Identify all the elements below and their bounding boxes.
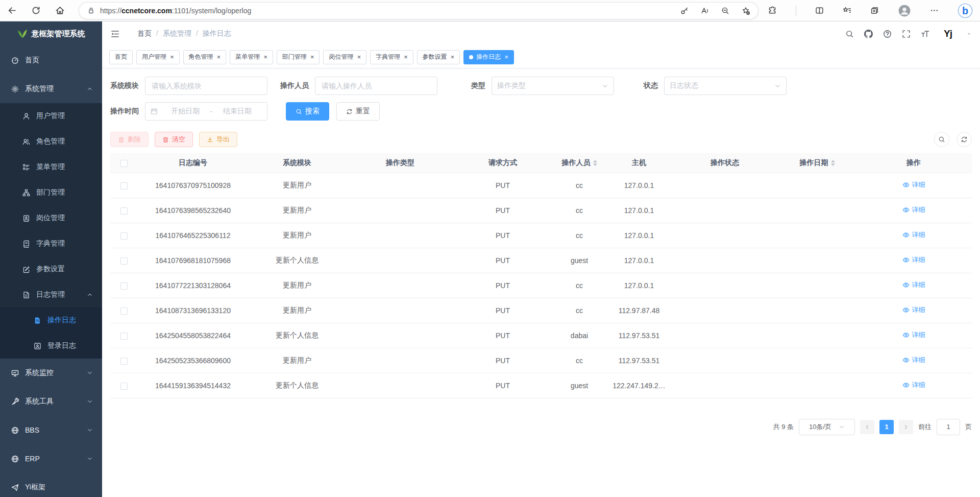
module-input[interactable] — [145, 77, 267, 95]
clear-button[interactable]: 清空 — [155, 132, 193, 147]
font-size-icon[interactable] — [921, 30, 929, 38]
column-header[interactable]: 日志编号 — [138, 153, 248, 173]
sidebar-item[interactable]: ERP — [0, 444, 102, 473]
close-icon[interactable]: × — [357, 54, 361, 60]
fullscreen-icon[interactable] — [902, 30, 911, 38]
view-tab[interactable]: 参数设置 × — [417, 50, 460, 64]
table-refresh-button[interactable] — [957, 132, 972, 147]
github-icon[interactable] — [864, 30, 873, 38]
row-checkbox[interactable] — [120, 257, 128, 265]
row-checkbox[interactable] — [120, 333, 128, 340]
favorites-icon[interactable] — [843, 6, 851, 15]
detail-link[interactable]: 详细 — [902, 381, 925, 390]
row-checkbox[interactable] — [120, 232, 128, 240]
url-text[interactable]: https://ccnetcore.com:1101/system/log/op… — [100, 7, 251, 15]
view-tab[interactable]: 角色管理 × — [183, 50, 227, 64]
export-button[interactable]: 导出 — [199, 132, 237, 147]
next-page-button[interactable] — [899, 420, 913, 434]
favorite-add-icon[interactable] — [742, 7, 750, 15]
view-tab[interactable]: 用户管理 × — [136, 50, 180, 64]
select-all-checkbox[interactable] — [120, 160, 128, 167]
view-tab[interactable]: 部门管理 × — [277, 50, 320, 64]
date-range-input[interactable]: 开始日期 - 结束日期 — [145, 102, 267, 121]
sidebar-item[interactable]: 用户管理 — [0, 103, 102, 129]
breadcrumb-item[interactable]: /操作日志 — [191, 29, 231, 38]
password-key-icon[interactable] — [680, 7, 689, 15]
column-header[interactable]: 操作 — [855, 153, 972, 173]
detail-link[interactable]: 详细 — [902, 305, 925, 315]
sidebar-item[interactable]: 系统工具 — [0, 387, 102, 416]
view-tab[interactable]: 操作日志 × — [463, 50, 514, 64]
sort-icon[interactable] — [593, 158, 597, 168]
breadcrumb-item[interactable]: /系统管理 — [152, 29, 191, 38]
page-size-select[interactable]: 10条/页 — [799, 419, 855, 435]
row-checkbox[interactable] — [120, 383, 128, 390]
detail-link[interactable]: 详细 — [902, 356, 925, 365]
bing-chat-icon[interactable]: b — [958, 3, 973, 18]
sidebar-item[interactable]: 角色管理 — [0, 129, 102, 154]
current-page-button[interactable]: 1 — [879, 420, 894, 434]
status-select[interactable]: 日志状态 — [664, 77, 787, 95]
type-select[interactable]: 操作类型 — [492, 77, 614, 95]
column-header[interactable]: 请求方式 — [454, 153, 551, 173]
close-icon[interactable]: × — [170, 54, 174, 60]
close-icon[interactable]: × — [310, 54, 314, 60]
column-header[interactable]: 操作类型 — [346, 153, 454, 173]
row-checkbox[interactable] — [120, 307, 128, 315]
sidebar-item[interactable]: 字典管理 — [0, 231, 102, 256]
search-button[interactable]: 搜索 — [286, 102, 329, 121]
split-screen-icon[interactable] — [815, 6, 824, 15]
close-icon[interactable]: × — [451, 54, 455, 60]
goto-page-input[interactable] — [937, 419, 960, 435]
column-header[interactable]: 操作人员 — [551, 153, 607, 173]
column-header[interactable]: 主机 — [607, 153, 671, 173]
sidebar-item[interactable]: 系统管理 — [0, 75, 102, 103]
view-tab[interactable]: 首页 × — [109, 50, 133, 64]
row-checkbox[interactable] — [120, 282, 128, 290]
sidebar-item[interactable]: 部门管理 — [0, 180, 102, 205]
column-header[interactable]: 操作日期 — [779, 153, 855, 173]
detail-link[interactable]: 详细 — [902, 205, 925, 215]
sidebar-item[interactable]: BBS — [0, 416, 102, 444]
more-menu-icon[interactable] — [930, 6, 939, 15]
detail-link[interactable]: 详细 — [902, 280, 925, 290]
close-icon[interactable]: × — [263, 54, 267, 60]
close-icon[interactable]: × — [217, 54, 221, 60]
column-header[interactable]: 操作状态 — [671, 153, 779, 173]
user-avatar[interactable]: Yj — [940, 26, 956, 42]
sidebar-item[interactable]: Yi框架 — [0, 473, 102, 497]
row-checkbox[interactable] — [120, 207, 128, 215]
read-aloud-icon[interactable] — [701, 7, 709, 15]
extensions-icon[interactable] — [768, 6, 777, 15]
delete-button[interactable]: 删除 — [110, 132, 149, 147]
sidebar-toggle-icon[interactable] — [110, 29, 120, 39]
detail-link[interactable]: 详细 — [902, 255, 925, 265]
collections-icon[interactable] — [870, 6, 879, 15]
prev-page-button[interactable] — [860, 420, 874, 434]
home-icon[interactable] — [55, 6, 65, 15]
avatar-caret-icon[interactable] — [966, 31, 972, 37]
row-checkbox[interactable] — [120, 182, 128, 190]
sidebar-item[interactable]: 首页 — [0, 46, 102, 75]
sidebar-item[interactable]: 菜单管理 — [0, 154, 102, 180]
close-icon[interactable]: × — [404, 54, 408, 60]
sort-icon[interactable] — [831, 158, 835, 168]
detail-link[interactable]: 详细 — [902, 180, 925, 190]
sidebar-item[interactable]: 日志管理 — [0, 282, 102, 307]
breadcrumb-item[interactable]: 首页 — [128, 29, 152, 38]
row-checkbox[interactable] — [120, 358, 128, 365]
view-tab[interactable]: 岗位管理 × — [323, 50, 366, 64]
view-tab[interactable]: 菜单管理 × — [230, 50, 273, 64]
detail-link[interactable]: 详细 — [902, 230, 925, 240]
help-icon[interactable] — [883, 30, 892, 38]
view-tab[interactable]: 字典管理 × — [370, 50, 413, 64]
reset-button[interactable]: 重置 — [336, 102, 380, 121]
sidebar-item[interactable]: 操作日志 — [0, 307, 102, 333]
end-date-placeholder[interactable]: 结束日期 — [212, 107, 262, 116]
sidebar-item[interactable]: 登录日志 — [0, 333, 102, 359]
reload-icon[interactable] — [31, 6, 41, 15]
zoom-out-icon[interactable] — [721, 7, 729, 15]
sidebar-item[interactable]: 系统监控 — [0, 359, 102, 387]
detail-link[interactable]: 详细 — [902, 330, 925, 340]
search-icon[interactable] — [845, 30, 854, 38]
